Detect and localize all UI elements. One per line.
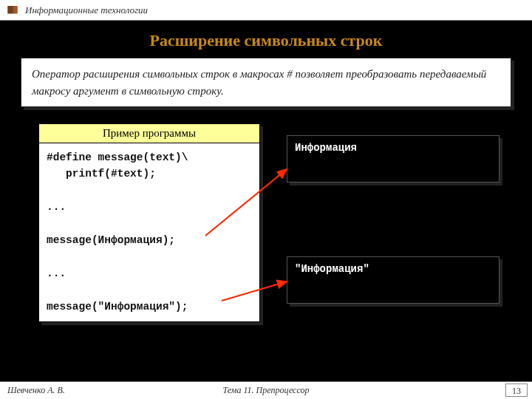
code-example-block: Пример программы #define message(text)\ …	[38, 123, 260, 322]
top-bar: Информационные технологии	[0, 0, 532, 21]
book-icon	[6, 4, 19, 17]
output-text-1: Информация	[295, 142, 357, 154]
slide-title: Расширение символьных строк	[0, 31, 532, 50]
page-number: 13	[505, 383, 528, 397]
svg-rect-1	[13, 6, 18, 14]
description-text: Оператор расширения символьных строк в м…	[32, 68, 486, 97]
output-text-2: "Информация"	[295, 263, 369, 275]
svg-rect-2	[12, 6, 13, 14]
footer-author: Шевченко А. В.	[7, 385, 65, 396]
footer-topic: Тема 11. Препроцессор	[0, 385, 532, 396]
svg-rect-0	[7, 6, 12, 14]
content-area: Пример программы #define message(text)\ …	[0, 123, 532, 360]
footer-bar: Шевченко А. В. Тема 11. Препроцессор 13	[0, 381, 532, 399]
code-example-title: Пример программы	[39, 124, 259, 143]
code-example-body: #define message(text)\ printf(#text); ..…	[39, 143, 259, 321]
output-box-1: Информация	[287, 135, 499, 183]
header-label: Информационные технологии	[25, 4, 148, 16]
description-box: Оператор расширения символьных строк в м…	[21, 58, 511, 107]
output-box-2: "Информация"	[287, 256, 499, 304]
